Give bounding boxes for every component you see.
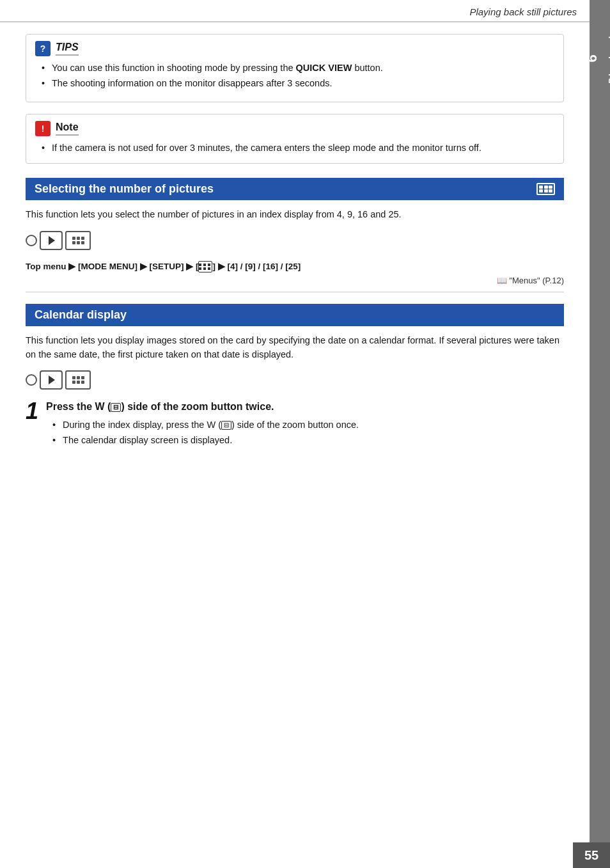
- section1-title: Selecting the number of pictures: [35, 182, 214, 196]
- note-item-1: If the camera is not used for over 3 min…: [42, 141, 553, 154]
- step1-content: Press the W (⊟) side of the zoom button …: [46, 400, 564, 448]
- mode-circle-icon-2: [26, 374, 37, 386]
- section1-desc: This function lets you select the number…: [26, 208, 564, 222]
- page-title: Playing back still pictures: [469, 6, 577, 17]
- step1-list: During the index display, press the W (⊟…: [46, 418, 564, 448]
- section2-desc: This function lets you display images st…: [26, 334, 564, 362]
- step1-row: 1 Press the W (⊟) side of the zoom butto…: [26, 400, 564, 448]
- zoom-w-icon: ⊟: [111, 403, 121, 412]
- sidebar: 6 Playback: [590, 0, 610, 868]
- mode-cam-icon: [65, 231, 91, 250]
- step1-number: 1: [26, 400, 38, 423]
- tips-icon: ?: [35, 41, 51, 56]
- sidebar-content: 6 Playback: [584, 32, 611, 83]
- tips-list: You can use this function in shooting mo…: [35, 61, 553, 90]
- note-icon: !: [35, 121, 51, 136]
- mode-circle-icon: [26, 235, 37, 246]
- zoom-w-icon-inline: ⊟: [221, 421, 231, 430]
- mode-play-icon: [40, 231, 63, 250]
- section1-header: Selecting the number of pictures: [26, 178, 564, 200]
- index-icon-inline: [198, 261, 212, 272]
- section1-menu-path: Top menu ▶ [MODE MENU] ▶ [SETUP] ▶ [] ▶ …: [26, 260, 564, 273]
- mode-play-icon-2: [40, 370, 63, 390]
- chapter-number: 6: [584, 53, 600, 63]
- section2-title: Calendar display: [35, 308, 127, 322]
- page-number: 55: [573, 842, 610, 868]
- step1-title: Press the W (⊟) side of the zoom button …: [46, 400, 564, 414]
- section1-mode-icons: [26, 231, 564, 250]
- tips-title: TIPS: [56, 42, 79, 56]
- page-header: Playing back still pictures: [0, 0, 590, 22]
- book-icon: 📖: [497, 276, 507, 285]
- mode-cam-icon-2: [65, 370, 91, 390]
- note-box: ! Note If the camera is not used for ove…: [26, 114, 564, 164]
- section1-icon: [536, 183, 555, 196]
- step1-bullet-2: The calendar display screen is displayed…: [52, 434, 564, 448]
- tips-box: ? TIPS You can use this function in shoo…: [26, 34, 564, 102]
- step1-bullet-1: During the index display, press the W (⊟…: [52, 418, 564, 432]
- sidebar-label: Playback: [607, 32, 611, 83]
- tips-item-1: You can use this function in shooting mo…: [42, 61, 553, 74]
- section1-menus-ref: 📖 "Menus" (P.12): [26, 276, 564, 285]
- note-list: If the camera is not used for over 3 min…: [35, 141, 553, 154]
- note-title: Note: [56, 122, 79, 136]
- section2-header: Calendar display: [26, 304, 564, 326]
- tips-item-2: The shooting information on the monitor …: [42, 77, 553, 90]
- section2-mode-icons: [26, 370, 564, 390]
